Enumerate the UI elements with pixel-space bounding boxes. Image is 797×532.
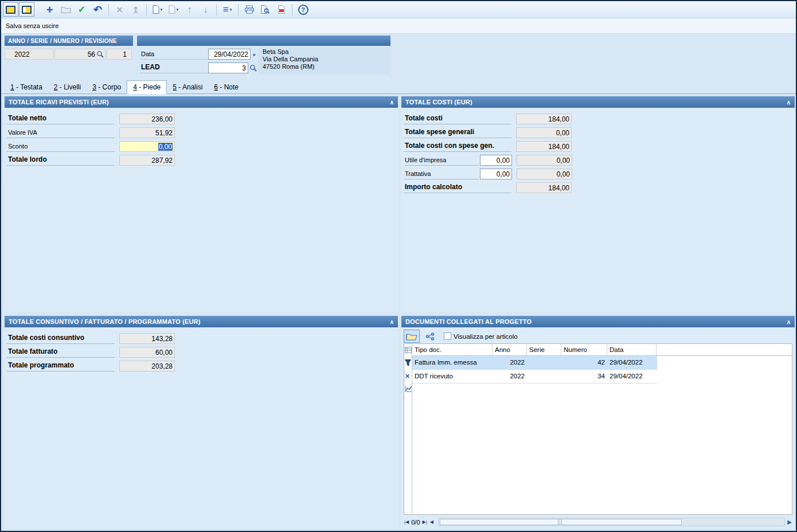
scroll-right-button[interactable]: ▶ <box>787 519 792 525</box>
window-toggle-1-button[interactable] <box>3 2 18 17</box>
lead-lookup-button[interactable] <box>248 62 258 73</box>
help-icon: ? <box>298 5 308 15</box>
field-label: Totale spese generali <box>404 128 511 138</box>
column-header-anno[interactable]: Anno <box>493 344 527 355</box>
sconto-input[interactable]: 0,00 <box>119 141 175 152</box>
share-icon <box>425 332 435 341</box>
menu-button[interactable]: ≡ ▾ <box>220 2 235 17</box>
open-button[interactable] <box>58 2 73 17</box>
delete-button[interactable]: ✕ <box>112 2 127 17</box>
document-head-titlebar <box>137 36 390 46</box>
share-document-button[interactable] <box>422 330 438 343</box>
add-button[interactable]: + <box>42 2 57 17</box>
column-header-serie[interactable]: Serie <box>527 344 561 355</box>
visualizza-per-articolo-checkbox[interactable] <box>444 332 451 340</box>
selected-text: 0,00 <box>158 143 173 151</box>
row-indicator-gutter: ✕ <box>404 344 412 514</box>
revisione-field[interactable]: 1 <box>107 49 132 60</box>
costi-con-spese-value: 184,00 <box>516 141 572 152</box>
field-row: Totale spese generali0,00 <box>404 124 795 138</box>
table-row[interactable]: DDT ricevuto 2022 34 29/04/2022 <box>412 370 657 384</box>
field-label: Valore IVA <box>7 129 115 138</box>
field-label: Importo calcolato <box>404 183 511 193</box>
help-button[interactable]: ? <box>295 2 311 17</box>
collapse-chevron-icon[interactable]: ∧ <box>390 99 394 105</box>
column-header-data[interactable]: Data <box>607 344 657 355</box>
document-icon <box>169 5 175 14</box>
collapse-chevron-icon[interactable]: ∧ <box>787 99 791 105</box>
export-pdf-button[interactable] <box>274 2 289 17</box>
checkbox-label: Visualizza per articolo <box>454 333 518 340</box>
panel-costi: TOTALE COSTI (EUR) ∧ Totale costi184,00 … <box>401 96 795 312</box>
table-row[interactable]: Fattura Imm. emessa 2022 42 29/04/2022 <box>412 356 657 370</box>
tab-corpo[interactable]: 3 - Corpo <box>87 81 127 93</box>
open-document-button[interactable] <box>404 330 420 343</box>
print-button[interactable] <box>241 2 257 17</box>
documents-table: ✕ Tipo doc. Anno Serie Numero Data Fattu… <box>404 343 792 515</box>
restore-icon: ↥ <box>132 6 139 14</box>
filter-icon[interactable] <box>405 359 411 367</box>
new-document-button[interactable]: ▾ <box>150 2 165 17</box>
chevron-down-icon: ▾ <box>161 7 163 12</box>
copy-document-button[interactable]: ▾ <box>166 2 181 17</box>
utile-impresa-input[interactable] <box>480 155 512 166</box>
move-up-button[interactable]: ↑ <box>182 2 197 17</box>
trattativa-value: 0,00 <box>517 169 572 179</box>
horizontal-scrollbar[interactable] <box>439 518 785 526</box>
totale-fatturato-value: 60,00 <box>119 347 175 358</box>
move-down-button[interactable]: ↓ <box>198 2 213 17</box>
lead-row: LEAD <box>140 62 258 73</box>
field-row: Totale fatturato60,00 <box>7 344 398 358</box>
search-icon <box>249 64 257 72</box>
pdf-icon <box>278 5 285 14</box>
table-icon <box>405 347 412 354</box>
main-toolbar: + ✓ ↶ ✕ ↥ ▾ ▾ ↑ ↓ ≡ ▾ <box>1 1 796 18</box>
print-preview-button[interactable] <box>257 2 273 17</box>
tab-livelli[interactable]: 2 - Livelli <box>48 81 87 93</box>
document-icon <box>153 5 159 14</box>
calendar-button[interactable]: ▸ <box>251 49 259 60</box>
chart-icon[interactable] <box>405 385 412 393</box>
search-icon[interactable] <box>96 50 104 58</box>
collapse-chevron-icon[interactable]: ∧ <box>787 319 791 325</box>
column-header-numero[interactable]: Numero <box>561 344 607 355</box>
tab-analisi[interactable]: 5 - Analisi <box>167 81 208 93</box>
last-record-button[interactable]: ▶| <box>422 519 428 525</box>
document-id-fields: 2022 56 1 <box>5 49 133 60</box>
cell-numero: 34 <box>561 370 607 383</box>
tab-piede[interactable]: 4 - Piede <box>127 80 167 94</box>
utile-impresa-value: 0,00 <box>517 155 572 166</box>
chevron-down-icon: ▾ <box>230 7 232 12</box>
open-folder-icon <box>406 332 417 341</box>
column-header-tipo-doc[interactable]: Tipo doc. <box>412 344 493 355</box>
document-head-box: Data ▸ LEAD Beta Spa Via Della Campania … <box>137 36 390 76</box>
confirm-button[interactable]: ✓ <box>74 2 89 17</box>
anno-field[interactable]: 2022 <box>5 49 53 60</box>
totale-costi-value: 184,00 <box>516 114 572 124</box>
scrollbar-thumb[interactable] <box>440 519 682 525</box>
trattativa-input[interactable] <box>480 169 512 179</box>
field-label: Totale costi con spese gen. <box>404 142 511 152</box>
restore-button[interactable]: ↥ <box>128 2 143 17</box>
field-label: Totale lordo <box>7 155 115 166</box>
toolbar-separator <box>108 4 109 15</box>
field-label: Sconto <box>7 143 115 152</box>
documents-pager: |◀ 0/0 ▶| ◀ ▶ <box>404 517 792 527</box>
undo-button[interactable]: ↶ <box>90 2 106 17</box>
scroll-left-button[interactable]: ◀ <box>429 519 434 525</box>
serie-field[interactable]: 56 <box>54 49 106 60</box>
data-row: Data ▸ <box>140 49 259 60</box>
collapse-chevron-icon[interactable]: ∧ <box>390 319 394 325</box>
window-toggle-2-button[interactable] <box>19 2 34 17</box>
cell-anno: 2022 <box>493 370 527 383</box>
record-counter: 0/0 <box>411 519 420 526</box>
tab-testata[interactable]: 1 - Testata <box>5 81 48 93</box>
tab-note[interactable]: 6 - Note <box>208 81 244 93</box>
data-input[interactable] <box>208 49 251 60</box>
field-row: Importo calcolato184,00 <box>404 179 795 193</box>
column-header-filler <box>657 344 792 355</box>
first-record-button[interactable]: |◀ <box>404 519 409 525</box>
clear-filter-icon[interactable]: ✕ <box>405 373 410 380</box>
lead-input[interactable] <box>208 62 248 73</box>
costi-consuntivo-value: 143,28 <box>119 333 175 344</box>
